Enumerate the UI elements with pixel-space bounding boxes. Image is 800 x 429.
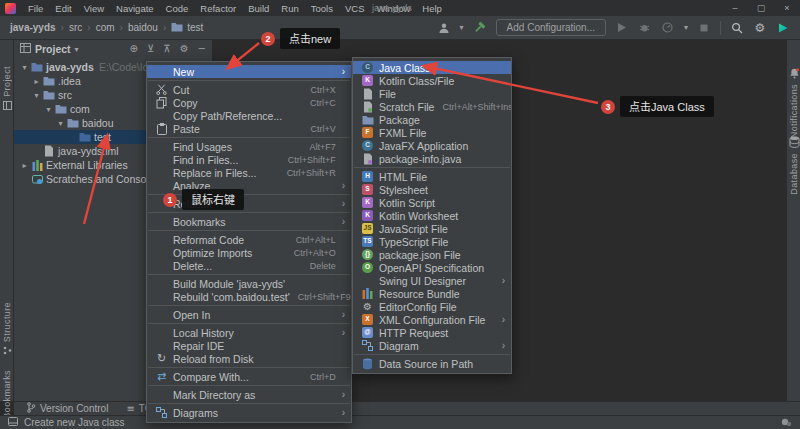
tool-button-database[interactable]: Database — [787, 136, 800, 195]
menu-code[interactable]: Code — [160, 3, 195, 14]
menu-item-delete[interactable]: Delete...Delete› — [147, 259, 351, 272]
menu-item-kotlin-script[interactable]: KKotlin Script› — [353, 196, 511, 209]
menu-item-http-request[interactable]: @HTTP Request› — [353, 326, 511, 339]
run-icon[interactable] — [615, 21, 629, 35]
locate-icon[interactable]: ⊕ — [130, 44, 138, 54]
menu-item-cut[interactable]: CutCtrl+X› — [147, 83, 351, 96]
menu-item-repair-ide[interactable]: Repair IDE› — [147, 339, 351, 352]
breadcrumb-item-baidou[interactable]: baidou — [128, 22, 158, 33]
menu-item-editorconfig-file[interactable]: ⚙EditorConfig File› — [353, 300, 511, 313]
menu-item-kotlin-worksheet[interactable]: KKotlin Worksheet› — [353, 209, 511, 222]
menu-item-package[interactable]: Package› — [353, 113, 511, 126]
menu-tools[interactable]: Tools — [305, 3, 339, 14]
menu-item-new[interactable]: New› — [147, 65, 351, 78]
menu-item-stylesheet[interactable]: SStylesheet› — [353, 183, 511, 196]
menu-item-package-info-java[interactable]: package-info.java› — [353, 152, 511, 165]
chevron-down-icon[interactable]: ▾ — [43, 105, 54, 114]
tab-version-control[interactable]: Version Control — [26, 402, 108, 415]
menu-item-bookmarks[interactable]: Bookmarks› — [147, 215, 351, 228]
menu-item-data-source-in-path[interactable]: Data Source in Path› — [353, 357, 511, 370]
window-controls: – ▢ × — [722, 0, 800, 16]
settings-gear-icon[interactable]: ⚙ — [753, 21, 767, 35]
menu-navigate[interactable]: Navigate — [110, 3, 160, 14]
project-panel-title[interactable]: Project — [35, 43, 71, 55]
menu-item-rebuild-com-baidou-test[interactable]: Rebuild 'com.baidou.test'Ctrl+Shift+F9› — [147, 290, 351, 303]
menu-item-swing-ui-designer[interactable]: Swing UI Designer› — [353, 274, 511, 287]
menu-item-mark-directory-as[interactable]: Mark Directory as› — [147, 388, 351, 401]
menu-item-file[interactable]: File› — [353, 87, 511, 100]
menu-item-java-class[interactable]: CJava Class› — [353, 61, 511, 74]
menu-item-xml-configuration-file[interactable]: XXML Configuration File› — [353, 313, 511, 326]
expand-all-icon[interactable]: ⊻ — [147, 44, 154, 54]
menu-item-diagram[interactable]: Diagram› — [353, 339, 511, 352]
breadcrumb-item-test[interactable]: test — [171, 22, 203, 34]
annotation-badge-3: 3 — [601, 100, 615, 114]
menu-run[interactable]: Run — [275, 3, 304, 14]
menu-vcs[interactable]: VCS — [339, 3, 371, 14]
menu-item-replace-in-files[interactable]: Replace in Files...Ctrl+Shift+R› — [147, 166, 351, 179]
debug-icon[interactable] — [638, 21, 652, 35]
annotation-click-new: 2 点击new — [261, 28, 340, 49]
menu-view[interactable]: View — [78, 3, 110, 14]
hide-panel-icon[interactable]: − — [198, 44, 206, 54]
menu-item-compare-with[interactable]: ⇄Compare With...Ctrl+D› — [147, 370, 351, 383]
status-indicator-icon[interactable] — [781, 417, 792, 429]
menu-item-reformat-code[interactable]: Reformat CodeCtrl+Alt+L› — [147, 233, 351, 246]
menu-item-reload-from-disk[interactable]: ↻Reload from Disk› — [147, 352, 351, 365]
search-everywhere-icon[interactable] — [730, 21, 744, 35]
add-configuration-button[interactable]: Add Configuration... — [496, 19, 606, 36]
chevron-right-icon[interactable]: ▸ — [19, 161, 30, 170]
menu-item-copy-path-reference[interactable]: Copy Path/Reference...› — [147, 109, 351, 122]
menu-edit[interactable]: Edit — [49, 3, 77, 14]
menu-item-scratch-file[interactable]: Scratch FileCtrl+Alt+Shift+Insert› — [353, 100, 511, 113]
breadcrumb-item-src[interactable]: src — [69, 22, 82, 33]
profiler-icon[interactable] — [661, 21, 675, 35]
event-log-icon[interactable] — [8, 417, 18, 428]
new-submenu: CJava Class›KKotlin Class/File›File›Scra… — [352, 57, 512, 374]
menu-item-paste[interactable]: PasteCtrl+V› — [147, 122, 351, 135]
chevron-down-icon[interactable]: ▾ — [19, 63, 30, 72]
menu-file[interactable]: File — [22, 3, 49, 14]
user-icon[interactable] — [437, 21, 451, 35]
chevron-down-icon[interactable]: ▾ — [55, 119, 66, 128]
stop-icon[interactable] — [697, 21, 711, 35]
project-view-dropdown-icon[interactable]: ▾ — [75, 45, 79, 54]
menu-item-kotlin-class-file[interactable]: KKotlin Class/File› — [353, 74, 511, 87]
menu-item-optimize-imports[interactable]: Optimize ImportsCtrl+Alt+O› — [147, 246, 351, 259]
ide-plugin-icon[interactable] — [776, 21, 790, 35]
breadcrumb-item-com[interactable]: com — [96, 22, 115, 33]
menu-item-javascript-file[interactable]: JSJavaScript File› — [353, 222, 511, 235]
close-button[interactable]: × — [774, 0, 800, 16]
maximize-button[interactable]: ▢ — [748, 0, 774, 16]
menu-refactor[interactable]: Refactor — [194, 3, 242, 14]
breadcrumb-item-java-yyds[interactable]: java-yyds — [10, 22, 56, 33]
menu-help[interactable]: Help — [416, 3, 448, 14]
menu-item-fxml-file[interactable]: FFXML File› — [353, 126, 511, 139]
menu-item-open-in[interactable]: Open In› — [147, 308, 351, 321]
chevron-down-icon[interactable]: ▾ — [31, 91, 42, 100]
tool-button-project[interactable]: Project — [0, 66, 14, 112]
menu-item-javafx-application[interactable]: CJavaFX Application› — [353, 139, 511, 152]
menu-item-resource-bundle[interactable]: Resource Bundle› — [353, 287, 511, 300]
js-icon: JS — [360, 223, 375, 234]
menu-item-diagrams[interactable]: Diagrams› — [147, 406, 351, 419]
chevron-right-icon[interactable]: ▸ — [31, 77, 42, 86]
menu-item-local-history[interactable]: Local History› — [147, 326, 351, 339]
user-dropdown-icon[interactable]: ▾ — [460, 23, 464, 32]
menu-item-find-usages[interactable]: Find UsagesAlt+F7› — [147, 140, 351, 153]
panel-settings-gear-icon[interactable]: ⚙ — [180, 44, 189, 54]
menu-item-html-file[interactable]: HHTML File› — [353, 170, 511, 183]
collapse-all-icon[interactable]: ⊼ — [163, 44, 170, 54]
menu-item-typescript-file[interactable]: TSTypeScript File› — [353, 235, 511, 248]
tool-button-notifications[interactable]: Notifications — [787, 68, 800, 138]
menu-item-openapi-specification[interactable]: OOpenAPI Specification› — [353, 261, 511, 274]
menu-item-build-module-java-yyds[interactable]: Build Module 'java-yyds'› — [147, 277, 351, 290]
menu-build[interactable]: Build — [242, 3, 275, 14]
tool-button-structure[interactable]: Structure — [0, 302, 14, 357]
run-options-chevron-icon[interactable]: ▾ — [684, 23, 688, 32]
minimize-button[interactable]: – — [722, 0, 748, 16]
menu-item-copy[interactable]: CopyCtrl+C› — [147, 96, 351, 109]
build-hammer-icon[interactable] — [473, 21, 487, 35]
menu-item-package-json-file[interactable]: {}package.json File› — [353, 248, 511, 261]
menu-item-find-in-files[interactable]: Find in Files...Ctrl+Shift+F› — [147, 153, 351, 166]
